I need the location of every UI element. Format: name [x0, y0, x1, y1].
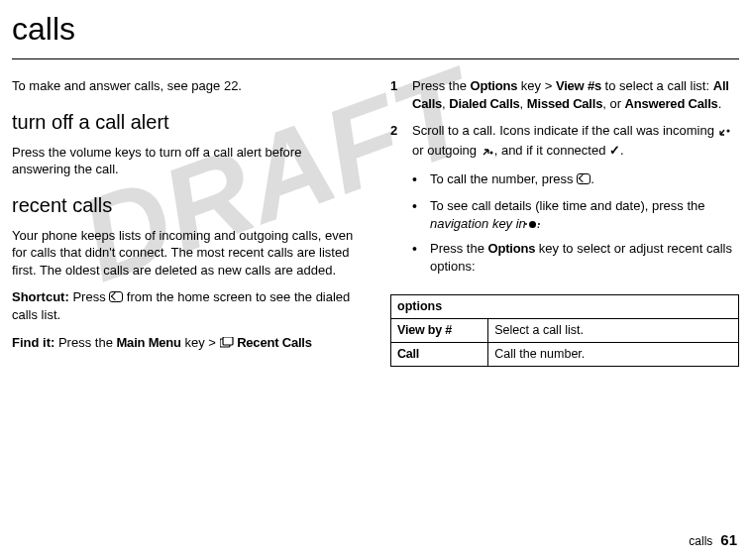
missed-calls: Missed Calls: [527, 96, 602, 111]
s2b: or outgoing: [412, 143, 481, 158]
left-column: To make and answer calls, see page 22. t…: [12, 77, 361, 367]
svg-point-2: [726, 130, 729, 133]
table-row: Call Call the number.: [391, 343, 739, 367]
main-menu-key: Main Menu: [116, 335, 180, 350]
step-2-text: Scroll to a call. Icons indicate if the …: [412, 122, 739, 284]
b2: To see call details (like time and date)…: [430, 197, 739, 232]
s2d: .: [620, 143, 624, 158]
outgoing-icon: [481, 144, 494, 162]
bullet-options: Press the Options key to select or adjus…: [412, 240, 739, 275]
step-1-text: Press the Options key > View #s to selec…: [412, 77, 739, 112]
step-2: 2 Scroll to a call. Icons indicate if th…: [390, 122, 739, 284]
b1a: To call the number, press: [430, 171, 577, 186]
or-text: , or: [602, 96, 624, 111]
steps-list: 1 Press the Options key > View #s to sel…: [390, 77, 739, 284]
intro-paragraph: To make and answer calls, see page 22.: [12, 77, 361, 95]
footer-section: calls: [689, 533, 712, 549]
shortcut-label: Shortcut:: [12, 289, 69, 304]
view-hashes: View #s: [556, 78, 601, 93]
table-row: View by # Select a call list.: [391, 319, 739, 343]
page-content: calls To make and answer calls, see page…: [12, 8, 739, 367]
step-1: 1 Press the Options key > View #s to sel…: [390, 77, 739, 112]
title-divider: [12, 58, 739, 59]
findit-paragraph: Find it: Press the Main Menu key > Recen…: [12, 334, 361, 354]
s2a: Scroll to a call. Icons indicate if the …: [412, 123, 718, 138]
paragraph-turn-off: Press the volume keys to turn off a call…: [12, 144, 361, 178]
heading-recent-calls: recent calls: [12, 192, 361, 219]
s1b: key >: [517, 78, 556, 93]
row-desc-call: Call the number.: [488, 343, 739, 367]
navigation-key-italic: navigation key in: [430, 216, 526, 231]
page-footer: calls 61: [689, 530, 737, 550]
options-table: options View by # Select a call list. Ca…: [390, 294, 739, 367]
options-header: options: [391, 295, 739, 319]
bullet-call: To call the number, press .: [412, 170, 739, 189]
svg-rect-1: [223, 337, 233, 345]
s1a: Press the: [412, 78, 471, 93]
s1c: to select a call list:: [601, 78, 713, 93]
shortcut-paragraph: Shortcut: Press from the home screen to …: [12, 288, 361, 323]
send-key-icon-2: [577, 173, 590, 184]
page-title: calls: [12, 8, 739, 55]
right-column: 1 Press the Options key > View #s to sel…: [390, 77, 739, 367]
b2a: To see call details (like time and date)…: [430, 198, 704, 213]
step2-sublist: To call the number, press . To see call …: [412, 170, 739, 275]
step-number-1: 1: [390, 77, 412, 112]
b1b: .: [590, 171, 594, 186]
findit-a: Press the: [58, 335, 117, 350]
two-column-layout: To make and answer calls, see page 22. t…: [12, 77, 739, 367]
table-header-row: options: [391, 295, 739, 319]
answered-calls: Answered Calls: [625, 96, 718, 111]
page-number: 61: [720, 530, 737, 550]
row-label-call: Call: [391, 343, 488, 367]
bullet-details: To see call details (like time and date)…: [412, 197, 739, 232]
shortcut-text-a: Press: [72, 289, 109, 304]
b3a: Press the: [430, 241, 488, 256]
dialed-calls: Dialed Calls: [449, 96, 519, 111]
row-desc-viewby: Select a call list.: [488, 319, 739, 343]
step-number-2: 2: [390, 122, 412, 284]
recent-calls-icon: [220, 336, 234, 354]
options-key-2: Options: [488, 241, 536, 256]
connected-check-icon: ✓: [609, 142, 620, 160]
findit-label: Find it:: [12, 335, 54, 350]
incoming-icon: [718, 124, 732, 142]
s2c: , and if it connected: [494, 143, 609, 158]
svg-point-3: [489, 151, 492, 154]
heading-turn-off-alert: turn off a call alert: [12, 109, 361, 136]
recent-calls-label: Recent Calls: [237, 335, 312, 350]
b1: To call the number, press .: [430, 170, 594, 189]
send-key-icon: [109, 291, 123, 302]
findit-b: key >: [181, 335, 220, 350]
paragraph-recent-desc: Your phone keeps lists of incoming and o…: [12, 227, 361, 280]
options-key-1: Options: [471, 78, 518, 93]
b3: Press the Options key to select or adjus…: [430, 240, 739, 275]
row-label-viewby: View by #: [391, 319, 488, 343]
